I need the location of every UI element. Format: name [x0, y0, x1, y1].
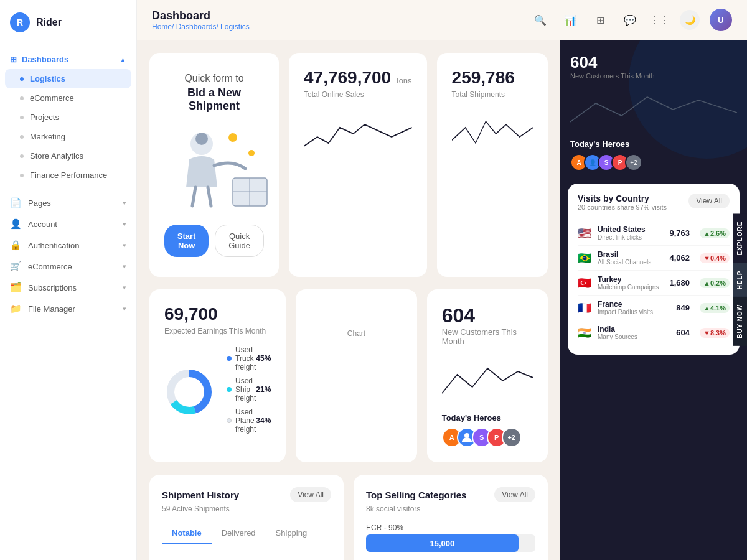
grid-icon[interactable]: ⊞	[590, 10, 610, 30]
visits-view-all-button[interactable]: View All	[688, 194, 730, 208]
heroes-dark-title: Today's Heroes	[570, 139, 737, 149]
new-customers-card: 604 New Customers This Month Today's Her…	[427, 289, 548, 462]
earnings-card: 69,700 Expected Earnings This Month	[149, 289, 286, 462]
shipment-view-all-button[interactable]: View All	[290, 487, 331, 502]
svg-point-3	[195, 133, 208, 145]
sidebar-item-account[interactable]: 👤 Account ▾	[0, 213, 136, 235]
spacer-text: Chart	[311, 304, 402, 338]
svg-line-7	[192, 187, 195, 206]
filemanager-icon: 📁	[10, 303, 22, 314]
tab-shipping[interactable]: Shipping	[266, 523, 317, 544]
dot	[20, 154, 24, 158]
freight-legend: Used Truck freight 45% Used Ship freight…	[227, 345, 271, 439]
explore-label[interactable]: EXPLORE	[733, 214, 747, 263]
shipment-history-card: Shipment History View All 59 Active Ship…	[149, 475, 344, 560]
total-sales-card: 47,769,700 Tons Total Online Sales	[289, 53, 427, 277]
logo-icon: R	[10, 12, 30, 32]
store-analytics-item[interactable]: Store Analytics	[0, 146, 136, 166]
app-name: Rider	[36, 17, 62, 28]
country-source: Direct link clicks	[598, 234, 663, 241]
dashboards-icon: ⊞	[10, 55, 17, 64]
side-labels: EXPLORE HELP BUY NOW	[733, 214, 747, 347]
projects-item[interactable]: Projects	[0, 108, 136, 127]
sidebar-item-authentication[interactable]: 🔒 Authentication ▾	[0, 235, 136, 256]
list-item: 🇮🇳 India Many Sources 604 ▼8.3%	[578, 320, 730, 345]
app-logo[interactable]: R Rider	[0, 0, 136, 45]
analytics-icon[interactable]: 📊	[560, 10, 580, 30]
nc-chart	[442, 356, 533, 406]
truck-dot	[227, 356, 232, 361]
user-avatar[interactable]: U	[710, 9, 732, 31]
svg-point-0	[228, 133, 237, 142]
nc-dark-number: 604	[570, 53, 655, 72]
chat-icon[interactable]: 💬	[620, 10, 640, 30]
sidebar-nav: ⊞ Dashboards ▲ Logistics eCommerce Proje…	[0, 45, 136, 560]
total-sales-unit: Tons	[395, 76, 411, 85]
shipment-history-title: Shipment History	[162, 490, 239, 500]
apps-icon[interactable]: ⋮⋮	[650, 10, 670, 30]
donut-container: Used Truck freight 45% Used Ship freight…	[164, 345, 271, 439]
buy-now-label[interactable]: BUY NOW	[733, 297, 747, 346]
chevron-up-icon: ▲	[120, 56, 126, 63]
visits-by-country-card: Visits by Country 20 countries share 97%…	[568, 184, 740, 355]
top-row: Quick form to Bid a New Shipment	[149, 53, 548, 277]
sidebar-item-filemanager[interactable]: 📁 File Manager ▾	[0, 298, 136, 319]
nc-dark-chart	[570, 85, 737, 134]
sales-line-chart	[304, 109, 412, 159]
visits-title: Visits by Country	[578, 194, 667, 203]
help-label[interactable]: HELP	[733, 263, 747, 297]
top-selling-title: Top Selling Categories	[366, 490, 466, 500]
hero-card: Quick form to Bid a New Shipment	[149, 53, 279, 277]
country-change: ▲4.1%	[700, 303, 730, 313]
chevron-down-icon: ▾	[123, 305, 126, 313]
tab-notable[interactable]: Notable	[162, 523, 212, 544]
country-name: United States	[598, 225, 663, 234]
country-change: ▼8.3%	[700, 328, 730, 338]
bottom-row: Shipment History View All 59 Active Ship…	[149, 475, 548, 560]
finance-performance-item[interactable]: Finance Performance	[0, 166, 136, 185]
shipments-chart	[452, 109, 533, 159]
subscriptions-icon: 🗂️	[10, 282, 22, 293]
sidebar-section-dashboards[interactable]: ⊞ Dashboards ▲	[0, 50, 136, 69]
start-now-button[interactable]: Start Now	[164, 225, 209, 257]
country-change: ▼0.4%	[700, 253, 730, 263]
header: Dashboard Home/ Dashboards/ Logistics 🔍 …	[137, 0, 747, 40]
header-right: 🔍 📊 ⊞ 💬 ⋮⋮ 🌙 U	[530, 9, 732, 31]
dark-top-section: 604 New Customers This Month Today's Her…	[560, 40, 747, 177]
list-item: 🇧🇷 Brasil All Social Channels 4,062 ▼0.4…	[578, 246, 730, 271]
heroes-avatars: A S P +2	[442, 427, 533, 447]
content-main: Quick form to Bid a New Shipment	[137, 40, 560, 560]
page-title: Dashboard	[152, 9, 250, 22]
heroes-dark-avatars: A 👤 S P +2	[570, 154, 737, 171]
marketing-item[interactable]: Marketing	[0, 127, 136, 146]
logistics-item[interactable]: Logistics	[5, 69, 131, 88]
bar-ecr: ECR - 90% 15,000	[366, 523, 535, 552]
sidebar-item-subscriptions[interactable]: 🗂️ Subscriptions ▾	[0, 277, 136, 298]
country-change: ▲0.2%	[700, 278, 730, 288]
dark-mode-toggle[interactable]: 🌙	[680, 10, 700, 30]
earnings-value: 69,700	[164, 304, 271, 324]
quick-guide-button[interactable]: Quick Guide	[215, 225, 264, 257]
freight-donut-chart	[164, 367, 214, 417]
chevron-down-icon: ▾	[123, 263, 126, 271]
tab-delivered[interactable]: Delivered	[212, 523, 266, 544]
sidebar-item-pages[interactable]: 📄 Pages ▾	[0, 192, 136, 213]
visits-header: Visits by Country 20 countries share 97%…	[578, 194, 730, 218]
total-shipments-label: Total Shipments	[452, 90, 533, 99]
ship-dot	[227, 387, 232, 392]
search-icon[interactable]: 🔍	[530, 10, 550, 30]
shipments-line-chart	[452, 109, 533, 159]
heroes-section: Today's Heroes A S P +2	[442, 413, 533, 447]
country-name: Brasil	[598, 250, 663, 259]
dot	[20, 116, 24, 119]
ecommerce-item[interactable]: eCommerce	[0, 88, 136, 108]
content-area: Quick form to Bid a New Shipment	[137, 40, 747, 560]
sidebar-item-ecommerce[interactable]: 🛒 eCommerce ▾	[0, 256, 136, 277]
total-sales-value: 47,769,700	[304, 68, 391, 88]
hero-buttons: Start Now Quick Guide	[164, 225, 264, 257]
dot	[20, 135, 24, 139]
selling-view-all-button[interactable]: View All	[494, 487, 535, 502]
chevron-down-icon: ▾	[123, 199, 126, 207]
plane-freight-legend: Used Plane freight 34%	[227, 408, 271, 434]
nc-line-chart	[442, 356, 533, 406]
